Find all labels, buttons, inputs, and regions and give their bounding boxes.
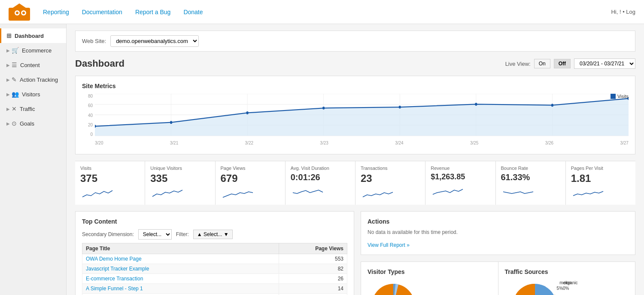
main-content: Web Site: demo.openwebanalytics.com Dash… — [67, 24, 644, 295]
metric-transactions-label: Transactions — [361, 166, 420, 171]
date-range-select[interactable]: 03/20/21 - 03/27/21 — [574, 58, 635, 69]
actions-view-full[interactable]: View Full Report » — [368, 242, 410, 248]
layout: ⊞ Dashboard ▶ 🛒 Ecommerce ▶ ☰ Content ▶ … — [0, 24, 644, 295]
metric-bounce-rate-value: 61.33% — [501, 172, 560, 182]
live-off-button[interactable]: Off — [554, 59, 571, 68]
table-row: A Simple Funnel - Step 1 14 — [82, 284, 347, 294]
sidebar-item-dashboard[interactable]: ⊞ Dashboard — [0, 28, 66, 43]
page-title-link[interactable]: A Simple Funnel - Step 1 — [86, 286, 143, 292]
right-panel: Actions No data is available for this ti… — [361, 211, 635, 295]
arrow-icon-goals: ▶ — [6, 121, 10, 126]
sidebar-item-goals[interactable]: ▶ ⊙ Goals — [0, 116, 66, 131]
metric-transactions: Transactions 23 — [355, 161, 425, 205]
sidebar-item-ecommerce[interactable]: ▶ 🛒 Ecommerce — [0, 43, 66, 58]
page-title-link[interactable]: OWA Demo Home Page — [86, 256, 142, 262]
metric-page-views-label: Page Views — [221, 166, 280, 171]
visitor-types-section: Visitor Types — [361, 262, 498, 295]
metric-pages-per-visit-value: 1.81 — [571, 172, 630, 184]
filter-down-icon: ▼ — [224, 231, 229, 237]
metric-visits: Visits 375 — [75, 161, 145, 205]
charts-row: Visitor Types — [361, 261, 635, 295]
actions-no-data: No data is available for this time perio… — [368, 229, 629, 235]
metric-revenue-sparkline — [431, 183, 465, 196]
traffic-sources-pie — [505, 280, 565, 295]
metric-revenue-value: $1,263.85 — [431, 172, 490, 181]
page-views-cell: 82 — [279, 264, 347, 274]
nav-documentation[interactable]: Documentation — [82, 9, 122, 15]
svg-point-20 — [246, 111, 248, 114]
arrow-icon-content: ▶ — [6, 63, 10, 68]
filter-button[interactable]: ▲ Select... ▼ — [193, 230, 233, 239]
svg-point-5 — [22, 12, 25, 14]
chart-x-labels: 3/20 3/21 3/22 3/23 3/24 3/25 3/26 3/27 — [95, 141, 629, 145]
site-metrics-title: Site Metrics — [82, 83, 629, 89]
metric-avg-duration-value: 0:01:26 — [291, 172, 350, 182]
page-views-cell: 14 — [279, 284, 347, 294]
arrow-icon-actions: ▶ — [6, 77, 10, 82]
metric-unique-visitors: Unique Visitors 335 — [145, 161, 215, 205]
page-views-cell: 3 — [279, 294, 347, 295]
sidebar-item-traffic[interactable]: ▶ ✕ Traffic — [0, 101, 66, 116]
dashboard-icon: ⊞ — [6, 32, 12, 39]
svg-point-19 — [170, 121, 172, 124]
chart-y-labels: 80 60 40 20 0 — [82, 94, 93, 137]
site-metrics-card: Site Metrics 80 60 40 20 0 — [75, 76, 635, 154]
sidebar-label-dashboard: Dashboard — [15, 33, 44, 39]
website-bar: Web Site: demo.openwebanalytics.com — [75, 31, 635, 52]
table-row: A Simple Funnel - Step 2 3 — [82, 294, 347, 295]
actions-card: Actions No data is available for this ti… — [361, 211, 635, 255]
traffic-sources-section: Traffic Sources — [498, 262, 635, 295]
metric-unique-visitors-value: 335 — [150, 172, 210, 184]
svg-point-24 — [551, 104, 553, 107]
traffic-sources-pie-container: organic melon 5%0% direct 21% — [505, 280, 629, 295]
bottom-panels: Top Content Secondary Dimension: Select.… — [75, 211, 635, 295]
col-page-views: Page Views — [279, 243, 347, 254]
visitors-icon: 👥 — [12, 91, 19, 98]
content-icon: ☰ — [12, 61, 17, 68]
page-title-cell: OWA Demo Home Page — [82, 254, 279, 264]
metric-page-views-sparkline — [221, 186, 255, 199]
actions-title: Actions — [368, 218, 629, 225]
sidebar-item-visitors[interactable]: ▶ 👥 Visitors — [0, 87, 66, 101]
svg-point-21 — [322, 107, 325, 110]
page-title-link[interactable]: E-commerce Transaction — [86, 276, 143, 282]
sidebar-item-content[interactable]: ▶ ☰ Content — [0, 58, 66, 72]
table-row: E-commerce Transaction 26 — [82, 274, 347, 284]
secondary-dim-select[interactable]: Select... — [138, 229, 172, 240]
metric-unique-visitors-sparkline — [150, 186, 185, 199]
sidebar-item-action-tracking[interactable]: ▶ ✎ Action Tracking — [0, 72, 66, 87]
nav-reporting[interactable]: Reporting — [43, 9, 69, 15]
metric-avg-duration-sparkline — [291, 184, 325, 197]
metric-revenue: Revenue $1,263.85 — [425, 161, 495, 205]
header-user: Hi, ! • Log — [611, 9, 635, 15]
chart-svg: Visits — [95, 94, 629, 137]
traffic-sources-title: Traffic Sources — [505, 268, 629, 275]
sidebar-label-goals: Goals — [20, 120, 34, 127]
live-view-controls: Live View: On Off 03/20/21 - 03/27/21 — [505, 58, 635, 69]
nav-donate[interactable]: Donate — [183, 9, 203, 15]
metric-revenue-label: Revenue — [431, 166, 490, 171]
metric-unique-visitors-label: Unique Visitors — [150, 166, 210, 171]
traffic-melon-label: melon — [559, 280, 571, 285]
metric-transactions-value: 23 — [361, 172, 420, 184]
metric-avg-duration: Avg. Visit Duration 0:01:26 — [286, 161, 355, 205]
nav-report-bug[interactable]: Report a Bug — [135, 9, 171, 15]
metric-pages-per-visit-label: Pages Per Visit — [571, 166, 630, 171]
page-title-cell: Javascript Tracker Example — [82, 264, 279, 274]
sidebar-label-content: Content — [20, 62, 40, 68]
website-select[interactable]: demo.openwebanalytics.com — [110, 35, 199, 47]
metric-pages-per-visit-sparkline — [571, 186, 605, 199]
arrow-icon-traffic: ▶ — [6, 107, 10, 111]
page-title-link[interactable]: Javascript Tracker Example — [86, 266, 149, 272]
metric-visits-sparkline — [80, 186, 115, 199]
col-page-title: Page Title — [82, 243, 279, 254]
website-label: Web Site: — [82, 38, 106, 44]
table-controls: Secondary Dimension: Select... Filter: ▲… — [82, 229, 347, 240]
metric-visits-label: Visits — [80, 166, 140, 171]
filter-label: Filter: — [176, 231, 189, 237]
secondary-dim-label: Secondary Dimension: — [82, 231, 134, 237]
live-on-button[interactable]: On — [534, 59, 550, 68]
left-panel: Top Content Secondary Dimension: Select.… — [75, 211, 354, 295]
metric-pages-per-visit: Pages Per Visit 1.81 — [566, 161, 635, 205]
sidebar: ⊞ Dashboard ▶ 🛒 Ecommerce ▶ ☰ Content ▶ … — [0, 24, 67, 295]
